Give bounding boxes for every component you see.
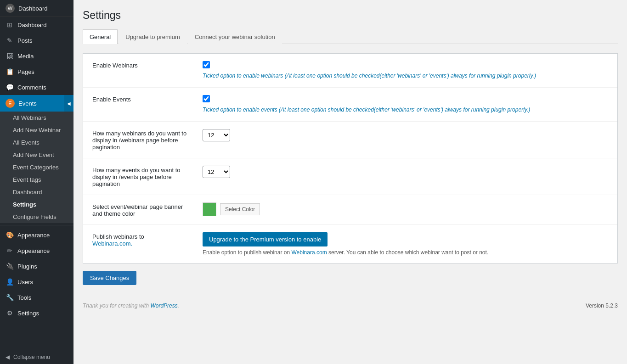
webinars-per-page-select[interactable]: 12 6 24 48 (203, 129, 230, 141)
save-section: Save Changes (83, 263, 618, 285)
plugins-icon: 🔌 (6, 262, 14, 270)
sidebar-item-label: Appearance (17, 232, 50, 239)
events-label: Events (18, 100, 37, 107)
sidebar-item-label: Posts (17, 37, 33, 44)
sidebar-item-tools[interactable]: 🔧 Tools (0, 290, 73, 305)
webinars-per-page-field: 12 6 24 48 (203, 129, 608, 141)
sidebar-item-users[interactable]: 👤 Users (0, 274, 73, 290)
users-icon: 👤 (6, 278, 14, 286)
form-row-enable-webinars: Enable Webinars Ticked option to enable … (83, 54, 617, 88)
sidebar-sub-settings[interactable]: Settings (0, 198, 73, 211)
events-icon: E (6, 99, 15, 108)
posts-icon: ✎ (6, 36, 14, 45)
color-swatch[interactable] (203, 202, 216, 216)
sidebar-item-label: Plugins (17, 263, 37, 270)
sidebar-item-label: Comments (17, 84, 46, 91)
publish-webinars-text: Publish webinars to (92, 233, 144, 240)
settings-icon: ⚙ (6, 309, 14, 317)
tab-upgrade[interactable]: Upgrade to premium (119, 29, 187, 44)
collapse-label: Collapse menu (13, 354, 50, 360)
sidebar: W Dashboard ⊞ Dashboard ✎ Posts 🖼 Media … (0, 0, 73, 364)
media-icon: 🖼 (6, 52, 14, 60)
sidebar-item-label: Appearance (17, 247, 50, 254)
collapse-icon: ◀ (6, 354, 10, 360)
sidebar-item-label: Pages (17, 68, 34, 75)
sidebar-sub-add-new-event[interactable]: Add New Event (0, 149, 73, 161)
enable-webinars-field: Ticked option to enable webinars (At lea… (203, 61, 608, 80)
events-per-page-field: 12 6 24 48 (203, 166, 608, 178)
enable-events-label: Enable Events (92, 95, 193, 103)
pages-icon: 📋 (6, 67, 14, 76)
publish-webinars-label: Publish webinars to Webinara.com. (92, 232, 193, 247)
comments-icon: 💬 (6, 83, 14, 91)
sidebar-item-settings[interactable]: ⚙ Settings (0, 305, 73, 321)
webinars-per-page-label: How many webinars do you want to display… (92, 129, 193, 151)
sidebar-item-label: Settings (17, 310, 39, 317)
sidebar-item-pages[interactable]: 📋 Pages (0, 64, 73, 79)
enable-events-desc: Ticked option to enable events (At least… (203, 106, 608, 114)
sidebar-item-label: Tools (17, 294, 31, 301)
events-submenu: All Webinars Add New Webinar All Events … (0, 112, 73, 223)
enable-webinars-checkbox[interactable] (203, 61, 210, 68)
select-color-button[interactable]: Select Color (220, 203, 260, 215)
enable-events-checkbox[interactable] (203, 95, 210, 102)
tab-connect[interactable]: Connect your webinar solution (188, 29, 282, 44)
tab-general[interactable]: General (83, 29, 118, 44)
form-row-publish-webinars: Publish webinars to Webinara.com. Upgrad… (83, 225, 617, 263)
sidebar-item-dashboard[interactable]: ⊞ Dashboard (0, 17, 73, 33)
sidebar-sub-all-webinars[interactable]: All Webinars (0, 112, 73, 124)
sidebar-sub-event-tags[interactable]: Event tags (0, 174, 73, 186)
sidebar-sub-configure-fields[interactable]: Configure Fields (0, 211, 73, 223)
sidebar-sub-all-events[interactable]: All Events (0, 136, 73, 149)
sidebar-item-appearance1[interactable]: 🎨 Appearance (0, 227, 73, 243)
sidebar-item-comments[interactable]: 💬 Comments (0, 79, 73, 95)
sidebar-separator (0, 225, 73, 225)
publish-desc-suffix: server. You can able to choose which web… (327, 249, 489, 256)
footer-period: . (178, 302, 179, 309)
enable-webinars-desc: Ticked option to enable webinars (At lea… (203, 72, 608, 80)
events-arrow-icon: ◀ (64, 95, 73, 112)
sidebar-item-label: Dashboard (17, 22, 47, 28)
webinara-desc-link[interactable]: Webinara.com (291, 249, 327, 256)
sidebar-item-media[interactable]: 🖼 Media (0, 48, 73, 64)
enable-events-field: Ticked option to enable events (At least… (203, 95, 608, 114)
sidebar-item-events[interactable]: E Events ◀ (0, 95, 73, 112)
form-row-webinars-per-page: How many webinars do you want to display… (83, 122, 617, 158)
settings-form: Enable Webinars Ticked option to enable … (83, 53, 618, 263)
collapse-menu[interactable]: ◀ Collapse menu (0, 350, 73, 364)
webinara-link[interactable]: Webinara.com. (92, 240, 132, 247)
publish-webinars-field: Upgrade to the Premium version to enable… (203, 232, 608, 256)
footer-thank-you: Thank you for creating with (83, 302, 150, 309)
sidebar-logo[interactable]: W Dashboard (0, 0, 73, 17)
form-row-events-per-page: How many events do you want to display i… (83, 158, 617, 195)
sidebar-sub-event-categories[interactable]: Event Categories (0, 161, 73, 174)
form-row-enable-events: Enable Events Ticked option to enable ev… (83, 88, 617, 122)
main-content: Settings General Upgrade to premium Conn… (73, 0, 627, 364)
sidebar-item-appearance2[interactable]: ✏ Appearance (0, 243, 73, 258)
events-per-page-select[interactable]: 12 6 24 48 (203, 166, 230, 178)
tabs-container: General Upgrade to premium Connect your … (83, 29, 618, 44)
wordpress-icon: W (6, 4, 15, 13)
publish-desc-prefix: Enable option to publish webinar on (203, 249, 291, 256)
enable-webinars-label: Enable Webinars (92, 61, 193, 69)
sidebar-item-plugins[interactable]: 🔌 Plugins (0, 258, 73, 274)
publish-desc: Enable option to publish webinar on Webi… (203, 249, 608, 256)
sidebar-sub-dashboard[interactable]: Dashboard (0, 186, 73, 198)
footer: Thank you for creating with WordPress. V… (83, 299, 618, 309)
sidebar-item-label: Media (17, 53, 34, 60)
color-label: Select event/webinar page banner and the… (92, 202, 193, 217)
upgrade-button[interactable]: Upgrade to the Premium version to enable (203, 232, 328, 246)
events-per-page-label: How many events do you want to display i… (92, 166, 193, 187)
sidebar-item-posts[interactable]: ✎ Posts (0, 33, 73, 48)
form-row-color: Select event/webinar page banner and the… (83, 195, 617, 225)
dashboard-icon: ⊞ (6, 21, 14, 29)
sidebar-sub-add-new-webinar[interactable]: Add New Webinar (0, 124, 73, 136)
color-field: Select Color (203, 202, 608, 216)
color-picker-row: Select Color (203, 202, 608, 216)
sidebar-logo-label: Dashboard (18, 5, 48, 12)
wordpress-link[interactable]: WordPress (150, 302, 177, 309)
save-changes-button[interactable]: Save Changes (83, 271, 136, 285)
tools-icon: 🔧 (6, 293, 14, 302)
appearance1-icon: 🎨 (6, 231, 14, 239)
footer-version: Version 5.2.3 (586, 302, 618, 309)
